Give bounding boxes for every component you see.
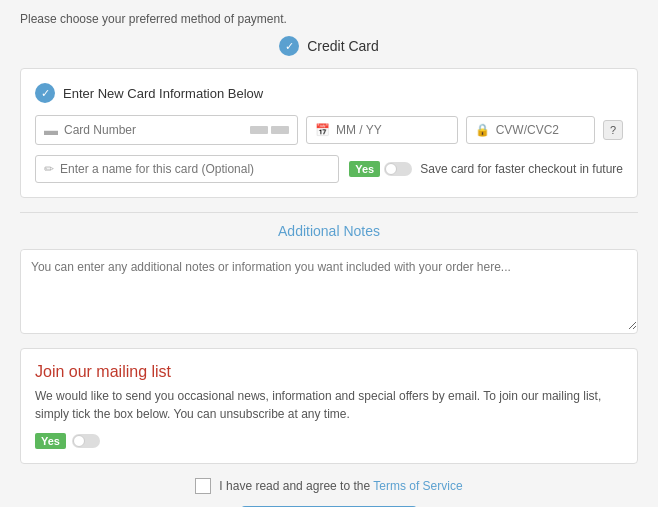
payment-intro: Please choose your preferred method of p… [20,12,638,26]
tos-label: I have read and agree to the Terms of Se… [219,479,462,493]
card-name-field[interactable]: ✏ [35,155,339,183]
tos-row: I have read and agree to the Terms of Se… [20,478,638,494]
additional-notes-title: Additional Notes [20,223,638,239]
credit-card-option[interactable]: ✓ Credit Card [20,36,638,56]
card-number-input[interactable] [64,123,244,137]
cvv-field[interactable]: 🔒 [466,116,595,144]
card-name-row: ✏ Yes Save card for faster checkout in f… [35,155,623,183]
expiry-field[interactable]: 📅 [306,116,458,144]
cvv-input[interactable] [496,123,586,137]
save-card-row: Yes Save card for faster checkout in fut… [349,161,623,177]
card-number-field[interactable]: ▬ [35,115,298,145]
pencil-icon: ✏ [44,162,54,176]
section-divider [20,212,638,213]
mailing-title: Join our mailing list [35,363,623,381]
card-info-title: Enter New Card Information Below [63,86,263,101]
notes-box[interactable] [20,249,638,334]
cvv-help-button[interactable]: ? [603,120,623,140]
page-wrapper: Please choose your preferred method of p… [0,0,658,507]
card-name-input[interactable] [60,162,330,176]
mailing-toggle[interactable] [72,434,100,448]
card-info-check-icon: ✓ [35,83,55,103]
mailing-desc: We would like to send you occasional new… [35,387,623,423]
notes-textarea[interactable] [21,250,637,330]
tos-link[interactable]: Terms of Service [373,479,462,493]
cvv-lock-icon: 🔒 [475,123,490,137]
card-placeholder-bars [250,126,289,134]
bar2 [271,126,289,134]
card-info-box: ✓ Enter New Card Information Below ▬ 📅 🔒… [20,68,638,198]
toggle-thumb [385,163,397,175]
calendar-icon: 📅 [315,123,330,137]
credit-card-check-icon: ✓ [279,36,299,56]
mailing-yes-label: Yes [35,433,66,449]
save-card-yes-label: Yes [349,161,380,177]
tos-checkbox[interactable] [195,478,211,494]
bar1 [250,126,268,134]
card-fields-row: ▬ 📅 🔒 ? [35,115,623,145]
mailing-section: Join our mailing list We would like to s… [20,348,638,464]
mailing-toggle-thumb [73,435,85,447]
expiry-input[interactable] [336,123,449,137]
mailing-toggle-row: Yes [35,433,623,449]
toggle-track[interactable] [384,162,412,176]
card-info-header: ✓ Enter New Card Information Below [35,83,623,103]
save-card-toggle[interactable]: Yes [349,161,412,177]
card-number-icon: ▬ [44,122,58,138]
credit-card-label: Credit Card [307,38,379,54]
save-card-text: Save card for faster checkout in future [420,162,623,176]
